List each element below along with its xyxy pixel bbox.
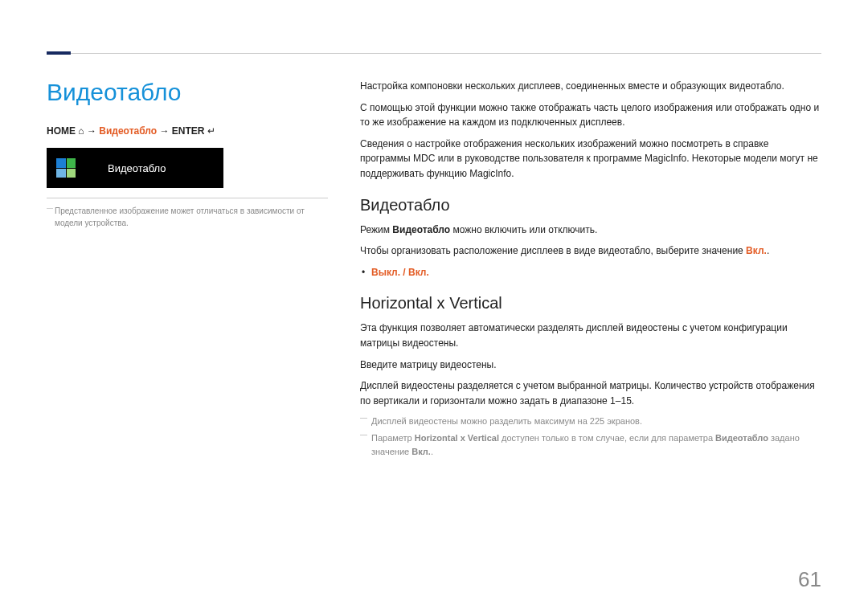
s1-l1-bold: Видеотабло bbox=[392, 224, 450, 235]
breadcrumb-home: HOME bbox=[47, 125, 76, 137]
section2-title: Horizontal x Vertical bbox=[360, 294, 821, 313]
section2-p1: Эта функция позволяет автоматически разд… bbox=[360, 321, 821, 350]
s2-n2-b3: Вкл. bbox=[411, 447, 431, 456]
s1-bullet-text: Выкл. / Вкл. bbox=[371, 267, 429, 278]
left-column: Видеотабло HOME ⌂ → Видеотабло → ENTER ↵… bbox=[47, 79, 328, 462]
breadcrumb: HOME ⌂ → Видеотабло → ENTER ↵ bbox=[47, 125, 328, 137]
s1-l2-post: . bbox=[767, 245, 769, 256]
breadcrumb-arrow-1: → bbox=[87, 125, 96, 137]
s1-l2-pre: Чтобы организовать расположение дисплеев… bbox=[360, 245, 746, 256]
breadcrumb-enter: ENTER bbox=[172, 125, 205, 137]
s1-l1-post: можно включить или отключить. bbox=[450, 224, 597, 235]
intro-p2: С помощью этой функции можно также отобр… bbox=[360, 100, 821, 130]
s1-l1-pre: Режим bbox=[360, 224, 392, 235]
s2-n2-pre: Параметр bbox=[371, 433, 415, 443]
top-divider-accent bbox=[47, 51, 71, 55]
page-title: Видеотабло bbox=[47, 79, 328, 106]
section2-note2: Параметр Horizontal x Vertical доступен … bbox=[360, 431, 821, 459]
home-icon: ⌂ bbox=[78, 125, 84, 137]
section2-p2: Введите матрицу видеостены. bbox=[360, 358, 821, 373]
intro-p1: Настройка компоновки нескольких дисплеев… bbox=[360, 79, 821, 94]
section1-title: Видеотабло bbox=[360, 196, 821, 215]
page-number: 61 bbox=[798, 567, 821, 592]
left-divider bbox=[47, 198, 328, 198]
section1-line2: Чтобы организовать расположение дисплеев… bbox=[360, 243, 821, 259]
s2-n2-post: . bbox=[431, 447, 433, 456]
s2-n2-b2: Видеотабло bbox=[715, 433, 768, 443]
section1-line1: Режим Видеотабло можно включить или откл… bbox=[360, 223, 821, 238]
right-column: Настройка компоновки нескольких дисплеев… bbox=[360, 79, 821, 462]
section2-note1: Дисплей видеостены можно разделить макси… bbox=[360, 415, 821, 428]
s1-l2-accent: Вкл. bbox=[746, 245, 767, 256]
tile-label: Видеотабло bbox=[108, 162, 166, 174]
intro-p3: Сведения о настройке отображения несколь… bbox=[360, 137, 821, 182]
top-divider bbox=[47, 53, 821, 54]
breadcrumb-arrow-2: → bbox=[159, 125, 169, 137]
disclaimer-text: Представленное изображение может отличат… bbox=[47, 205, 328, 229]
menu-tile: Видеотабло bbox=[47, 148, 223, 188]
section1-bullet: Выкл. / Вкл. bbox=[360, 265, 821, 280]
section2-p3: Дисплей видеостены разделяется с учетом … bbox=[360, 378, 821, 408]
page-layout: Видеотабло HOME ⌂ → Видеотабло → ENTER ↵… bbox=[47, 79, 821, 462]
breadcrumb-mid: Видеотабло bbox=[99, 125, 157, 137]
s2-n2-mid: доступен только в том случае, если для п… bbox=[499, 433, 715, 443]
video-wall-icon bbox=[56, 158, 76, 178]
enter-icon: ↵ bbox=[207, 125, 215, 137]
s2-n2-b1: Horizontal x Vertical bbox=[415, 433, 499, 443]
